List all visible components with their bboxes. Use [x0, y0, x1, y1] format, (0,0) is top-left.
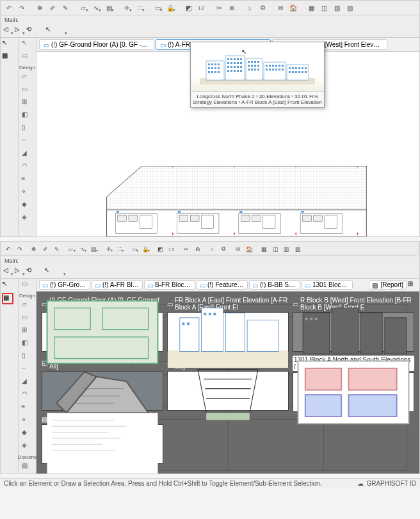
mesh-tool-icon[interactable]: ⋄	[22, 188, 33, 199]
ov-card-report[interactable]: ▤[Report]	[42, 416, 163, 468]
door-tool-icon[interactable]: ◧	[22, 111, 33, 122]
nav-refresh-icon[interactable]: ⟲	[26, 267, 36, 277]
arrow-tool-icon[interactable]: ↖	[22, 39, 33, 51]
stab-5[interactable]: ▭1301 Block A...	[302, 280, 353, 290]
overview-grid-icon[interactable]: ▦	[2, 293, 13, 304]
beam-tool-icon[interactable]: ⎓	[22, 136, 33, 148]
slab-tool-icon[interactable]: ▭	[22, 85, 33, 97]
palette-c-icon[interactable]: ▥	[281, 243, 291, 254]
grid-icon[interactable]: ∷	[115, 243, 125, 254]
undo-icon[interactable]: ↶	[3, 243, 13, 254]
window-tool-icon[interactable]: ⊞	[22, 98, 33, 110]
nav-back-icon[interactable]: ◁	[3, 26, 13, 36]
eyedropper-icon[interactable]: ✐	[47, 2, 58, 13]
ov-card-layout[interactable]: 1301 Block A North and South Elevations …	[293, 356, 414, 412]
palette-a-icon[interactable]: ▦	[259, 243, 269, 254]
shell-tool-icon[interactable]: ◠	[22, 390, 33, 402]
tabs-overflow-icon[interactable]: ⊞	[408, 280, 417, 290]
palette-b-icon[interactable]: ◫	[270, 243, 280, 254]
slab-tool-icon[interactable]: ▭	[22, 313, 33, 325]
ov-card-ground-floor[interactable]: ▭(!) GF-Ground Floor (A) [0. GF-Ground F…	[42, 297, 163, 352]
roof-tool-icon[interactable]: ◢	[22, 149, 33, 161]
cursor-icon[interactable]: ↖	[44, 267, 54, 277]
stair-tool-icon[interactable]: ≡	[22, 403, 33, 415]
home-icon[interactable]: ⌂	[244, 2, 255, 13]
dimension-style-a-icon[interactable]: ▱	[66, 243, 76, 254]
wall-tool-icon[interactable]: ▱	[22, 72, 33, 84]
stab-6[interactable]: ▤[Report]	[369, 280, 407, 290]
ruler-icon[interactable]: 1.2	[195, 2, 207, 13]
cursor-mode-icon[interactable]	[56, 267, 66, 277]
ov-card-section[interactable]: ▭(!) B-BB Section B-BB [B-BB Section B-B…	[167, 356, 289, 412]
stab-0[interactable]: ▭(!) GF-Ground...	[39, 280, 90, 290]
marquee-tool-icon[interactable]: ▭	[22, 280, 33, 292]
beam-tool-icon[interactable]: ⎓	[22, 365, 33, 376]
dimension-style-a-icon[interactable]: ▱	[77, 2, 89, 13]
palette-a-icon[interactable]: ▦	[305, 2, 317, 13]
dimension-style-b-icon[interactable]: ∿	[90, 2, 102, 13]
toggle-a-icon[interactable]: ◩	[155, 243, 165, 254]
mesh-tool-icon[interactable]: ⋄	[22, 416, 33, 427]
column-tool-icon[interactable]: ▯	[22, 352, 33, 363]
drawing-canvas[interactable]: ▭ (!) GF-Ground Floor (A) [0. GF -Ground…	[36, 38, 419, 236]
dimension-style-c-icon[interactable]: ▤	[88, 243, 99, 254]
stab-1[interactable]: ▭(!) A-FR Block...	[92, 280, 143, 290]
arrow-tool-icon[interactable]: ↖	[2, 39, 13, 51]
lock-icon[interactable]: 🔒	[165, 2, 176, 13]
morph-tool-icon[interactable]: ◆	[22, 429, 33, 440]
house-icon[interactable]: 🏠	[287, 2, 299, 13]
redo-icon[interactable]: ↷	[16, 2, 28, 13]
snap-icon[interactable]: ✛	[121, 2, 133, 13]
snap-icon[interactable]: ✛	[103, 243, 113, 254]
ov-card-elev-a[interactable]: ▭FR Block A [East] Front Elevation [A-FR…	[167, 297, 289, 352]
stair-tool-icon[interactable]: ≡	[22, 175, 33, 186]
overview-canvas[interactable]: ▭(!) GF-Ground Floor (A) [0. GF-Ground F…	[36, 292, 419, 474]
toggle-a-icon[interactable]: ◩	[182, 2, 194, 13]
pan-icon[interactable]: ✥	[29, 243, 39, 254]
ov-card-3d[interactable]: ◱(!) Feature Roof Design Change [3D / Al…	[42, 356, 163, 412]
palette-d-icon[interactable]: ▨	[344, 2, 355, 13]
house-icon[interactable]: 🏠	[244, 243, 254, 254]
stab-4[interactable]: ▭(!) B-BB Sectio...	[249, 280, 300, 290]
shell-tool-icon[interactable]: ◠	[22, 162, 33, 174]
magnet-icon[interactable]: ⋒	[226, 2, 238, 13]
ov-card-elev-b[interactable]: ▭R Block B [West] Front Elevation [B-FR …	[293, 297, 414, 352]
column-tool-icon[interactable]: ▯	[22, 124, 33, 135]
inject-icon[interactable]: ✎	[60, 2, 71, 13]
doc-tool-icon[interactable]: ▤	[22, 462, 33, 474]
stab-2[interactable]: ▭B-FR BlockB [...	[144, 280, 195, 290]
lock-icon[interactable]: 🔒	[140, 243, 150, 254]
shape-rect-icon[interactable]: ▭	[129, 243, 140, 254]
object-tool-icon[interactable]: ◈	[22, 441, 33, 453]
home-icon[interactable]: ⌂	[207, 243, 217, 254]
nav-back-icon[interactable]: ◁	[3, 267, 13, 277]
ruler-icon[interactable]: 1.2	[166, 243, 177, 254]
undo-icon[interactable]: ↶	[3, 2, 15, 13]
cut-icon[interactable]: ✂	[213, 2, 225, 13]
wall-tool-icon[interactable]: ▱	[22, 301, 33, 312]
nav-fwd-icon[interactable]: ▷	[15, 267, 25, 277]
marquee-tool-icon[interactable]: ▭	[22, 52, 33, 63]
brand-label[interactable]: GRAPHISOFT ID	[366, 480, 416, 487]
cursor-icon[interactable]: ↖	[45, 26, 56, 36]
chat-icon[interactable]: ✉	[275, 2, 286, 13]
cut-icon[interactable]: ✂	[181, 243, 191, 254]
shape-rect-icon[interactable]: ▭	[152, 2, 163, 13]
magnet-icon[interactable]: ⋒	[192, 243, 202, 254]
inject-icon[interactable]: ✎	[51, 243, 61, 254]
tab-ground-floor[interactable]: ▭ (!) GF-Ground Floor (A) [0. GF -Ground…	[39, 39, 154, 50]
selector-grid-icon[interactable]: ▦	[2, 52, 13, 63]
duplicate-icon[interactable]: ⧉	[218, 243, 229, 254]
dimension-style-b-icon[interactable]: ∿	[77, 243, 88, 254]
door-tool-icon[interactable]: ◧	[22, 339, 33, 350]
stab-3[interactable]: ▭(!) Feature Roo...	[197, 280, 248, 290]
object-tool-icon[interactable]: ◈	[22, 213, 33, 225]
palette-d-icon[interactable]: ▨	[293, 243, 303, 254]
arrow-tool-icon[interactable]: ↖	[2, 280, 13, 292]
morph-tool-icon[interactable]: ◆	[22, 201, 33, 212]
cursor-mode-icon[interactable]	[57, 26, 67, 36]
pan-icon[interactable]: ✥	[34, 2, 45, 13]
cloud-icon[interactable]: ☁	[357, 480, 364, 487]
grid-icon[interactable]: ∷	[134, 2, 145, 13]
dimension-style-c-icon[interactable]: ▤	[103, 2, 115, 13]
